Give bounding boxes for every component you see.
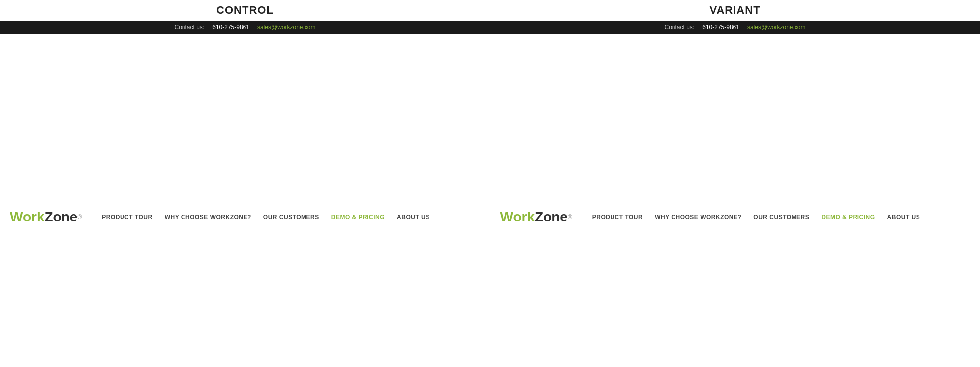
logo-variant[interactable]: WorkZone®	[500, 209, 572, 225]
contact-bar-control: Contact us: 610-275-9861 sales@workzone.…	[0, 21, 490, 34]
contact-phone-variant: 610-275-9861	[702, 24, 739, 31]
logo-reg-control: ®	[77, 214, 82, 220]
nav-demo-pricing-control[interactable]: DEMO & PRICING	[331, 214, 385, 220]
logo-work-control: Work	[10, 209, 45, 225]
logo-zone-control: Zone	[45, 209, 78, 225]
nav-demo-pricing-variant[interactable]: DEMO & PRICING	[821, 214, 875, 220]
nav-our-customers-control[interactable]: OUR CUSTOMERS	[263, 214, 319, 220]
nav-bar-variant: WorkZone® PRODUCT TOUR WHY CHOOSE WORKZO…	[490, 34, 980, 367]
contact-email-variant[interactable]: sales@workzone.com	[747, 24, 806, 31]
control-label: CONTROL	[0, 0, 490, 21]
contact-label-variant: Contact us:	[665, 24, 695, 31]
nav-product-tour-variant[interactable]: PRODUCT TOUR	[592, 214, 643, 220]
page-wrapper: CONTROL VARIANT Contact us: 610-275-9861…	[0, 0, 980, 367]
logo-zone-variant: Zone	[535, 209, 568, 225]
nav-links-variant: PRODUCT TOUR WHY CHOOSE WORKZONE? OUR CU…	[592, 214, 920, 220]
variant-label: VARIANT	[490, 0, 980, 21]
nav-why-choose-control[interactable]: WHY CHOOSE WORKZONE?	[165, 214, 251, 220]
nav-about-us-variant[interactable]: ABOUT US	[887, 214, 920, 220]
top-labels: CONTROL VARIANT	[0, 0, 980, 21]
nav-bar-control: WorkZone® PRODUCT TOUR WHY CHOOSE WORKZO…	[0, 34, 490, 367]
logo-reg-variant: ®	[568, 214, 572, 220]
contact-email-control[interactable]: sales@workzone.com	[257, 24, 316, 31]
contact-bars: Contact us: 610-275-9861 sales@workzone.…	[0, 21, 980, 34]
contact-label-control: Contact us:	[175, 24, 205, 31]
nav-why-choose-variant[interactable]: WHY CHOOSE WORKZONE?	[655, 214, 741, 220]
logo-control[interactable]: WorkZone®	[10, 209, 82, 225]
nav-our-customers-variant[interactable]: OUR CUSTOMERS	[753, 214, 809, 220]
logo-work-variant: Work	[500, 209, 535, 225]
nav-links-control: PRODUCT TOUR WHY CHOOSE WORKZONE? OUR CU…	[102, 214, 430, 220]
nav-bars: WorkZone® PRODUCT TOUR WHY CHOOSE WORKZO…	[0, 34, 980, 367]
contact-phone-control: 610-275-9861	[212, 24, 249, 31]
contact-bar-variant: Contact us: 610-275-9861 sales@workzone.…	[490, 21, 980, 34]
nav-product-tour-control[interactable]: PRODUCT TOUR	[102, 214, 152, 220]
nav-about-us-control[interactable]: ABOUT US	[397, 214, 430, 220]
